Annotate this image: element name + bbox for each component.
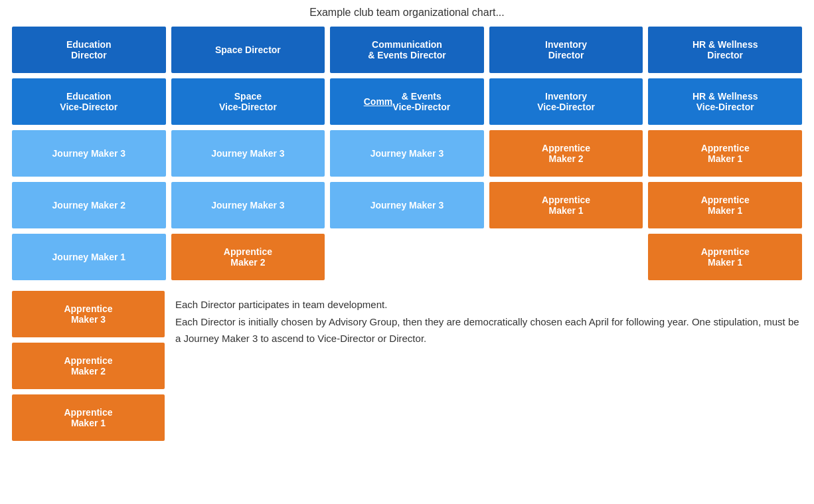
- empty-col4-r3: [489, 234, 643, 280]
- journey-maker-3-col3-r1: Journey Maker 3: [330, 130, 484, 177]
- journey-maker-3-col3-r2: Journey Maker 3: [330, 182, 484, 228]
- comm-events-vice-director: Comm & EventsVice-Director: [330, 78, 484, 125]
- org-chart-grid: EducationDirector Space Director Communi…: [7, 27, 807, 280]
- description-text: Each Director participates in team devel…: [175, 291, 802, 347]
- space-vice-director: SpaceVice-Director: [171, 78, 325, 125]
- apprentice-maker-1-col1-bottom: ApprenticeMaker 1: [12, 394, 165, 441]
- description-line-2: Each Director is initially chosen by Adv…: [175, 313, 802, 347]
- empty-col3-r3: [330, 234, 484, 280]
- apprentice-maker-1-col5-r3: ApprenticeMaker 1: [648, 234, 802, 280]
- apprentice-maker-1-col5-r1: ApprenticeMaker 1: [648, 130, 802, 177]
- inventory-vice-director: InventoryVice-Director: [489, 78, 643, 125]
- journey-maker-3-col2-r2: Journey Maker 3: [171, 182, 325, 228]
- apprentice-maker-2-col4-r1: ApprenticeMaker 2: [489, 130, 643, 177]
- apprentice-maker-1-col5-r2: ApprenticeMaker 1: [648, 182, 802, 228]
- education-director: EducationDirector: [12, 27, 166, 73]
- apprentice-maker-2-col1-bottom: ApprenticeMaker 2: [12, 343, 165, 389]
- journey-maker-2-col1: Journey Maker 2: [12, 182, 166, 228]
- hr-wellness-vice-director: HR & WellnessVice-Director: [648, 78, 802, 125]
- education-vice-director: EducationVice-Director: [12, 78, 166, 125]
- apprentice-maker-3-col1: ApprenticeMaker 3: [12, 291, 165, 337]
- journey-maker-1-col1: Journey Maker 1: [12, 234, 166, 280]
- apprentice-maker-1-col4-r2: ApprenticeMaker 1: [489, 182, 643, 228]
- bottom-section: ApprenticeMaker 3 ApprenticeMaker 2 Appr…: [7, 291, 807, 441]
- inventory-director: InventoryDirector: [489, 27, 643, 73]
- description-line-1: Each Director participates in team devel…: [175, 296, 802, 313]
- space-director: Space Director: [171, 27, 325, 73]
- bottom-left-column: ApprenticeMaker 3 ApprenticeMaker 2 Appr…: [12, 291, 165, 441]
- journey-maker-3-col2-r1: Journey Maker 3: [171, 130, 325, 177]
- comm-events-director: Communication& Events Director: [330, 27, 484, 73]
- apprentice-maker-2-col2: ApprenticeMaker 2: [171, 234, 325, 280]
- hr-wellness-director: HR & WellnessDirector: [648, 27, 802, 73]
- page-title: Example club team organizational chart..…: [7, 7, 807, 19]
- journey-maker-3-col1-r1: Journey Maker 3: [12, 130, 166, 177]
